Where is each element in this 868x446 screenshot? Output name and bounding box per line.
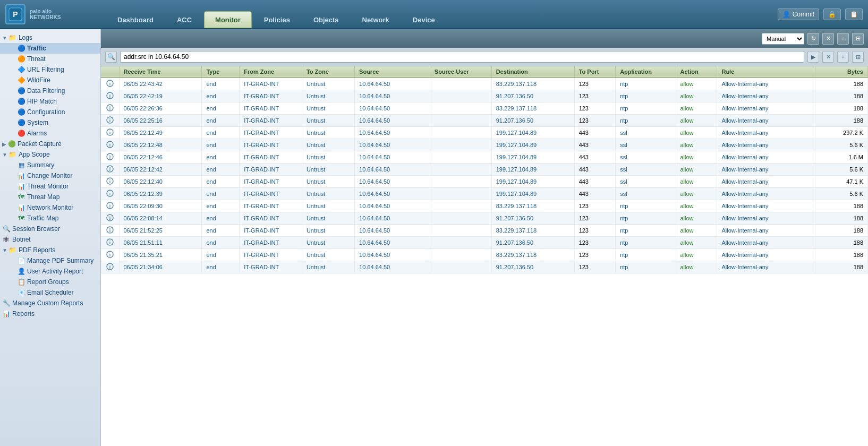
cell-source[interactable]: 10.64.64.50	[355, 102, 430, 115]
tab-dashboard[interactable]: Dashboard	[106, 11, 165, 28]
search-go-button[interactable]: ▶	[807, 51, 819, 63]
mode-select[interactable]: Manual Auto	[762, 33, 804, 45]
sidebar-item-configuration[interactable]: 🔵 Configuration	[0, 107, 100, 117]
cell-destination[interactable]: 91.207.136.50	[491, 115, 574, 127]
cell-application[interactable]: ntp	[616, 102, 676, 115]
cell-application[interactable]: ntp	[616, 90, 676, 102]
cell-destination[interactable]: 91.207.136.50	[491, 261, 574, 273]
cell-rule[interactable]: Allow-Internal-any	[717, 200, 815, 212]
cell-rule[interactable]: Allow-Internal-any	[717, 212, 815, 225]
sidebar-item-report-groups[interactable]: 📋 Report Groups	[0, 277, 100, 287]
cell-application[interactable]: ntp	[616, 225, 676, 237]
search-clear-button[interactable]: ✕	[822, 51, 834, 63]
cell-rule[interactable]: Allow-Internal-any	[717, 176, 815, 188]
sidebar-item-change-monitor[interactable]: 📊 Change Monitor	[0, 170, 100, 181]
sidebar-item-botnet[interactable]: 🕷 Botnet	[0, 234, 100, 245]
sidebar-item-packet-capture[interactable]: ▶ 🟢 Packet Capture	[0, 139, 100, 149]
sidebar-item-hip-match[interactable]: 🔵 HIP Match	[0, 96, 100, 107]
col-header-action[interactable]: Action	[676, 66, 717, 78]
tab-device[interactable]: Device	[402, 11, 446, 28]
cell-application[interactable]: ntp	[616, 261, 676, 273]
sidebar-item-system[interactable]: 🔵 System	[0, 117, 100, 128]
cell-destination[interactable]: 83.229.137.118	[491, 225, 574, 237]
col-header-from-zone[interactable]: From Zone	[240, 66, 302, 78]
tab-policies[interactable]: Policies	[253, 11, 301, 28]
cell-source[interactable]: 10.64.64.50	[355, 127, 430, 139]
cell-rule[interactable]: Allow-Internal-any	[717, 127, 815, 139]
cell-destination[interactable]: 83.229.137.118	[491, 249, 574, 261]
cell-rule[interactable]: Allow-Internal-any	[717, 164, 815, 176]
cell-application[interactable]: ntp	[616, 78, 676, 90]
cell-destination[interactable]: 199.127.104.89	[491, 139, 574, 151]
cell-rule[interactable]: Allow-Internal-any	[717, 90, 815, 102]
tab-network[interactable]: Network	[351, 11, 401, 28]
cell-source[interactable]: 10.64.64.50	[355, 212, 430, 225]
cell-source[interactable]: 10.64.64.50	[355, 115, 430, 127]
sidebar-item-email-scheduler[interactable]: 📧 Email Scheduler	[0, 287, 100, 298]
cell-source[interactable]: 10.64.64.50	[355, 237, 430, 249]
cell-rule[interactable]: Allow-Internal-any	[717, 249, 815, 261]
cell-destination[interactable]: 83.229.137.118	[491, 78, 574, 90]
commit-button[interactable]: 👤 Commit	[778, 8, 819, 20]
cell-rule[interactable]: Allow-Internal-any	[717, 115, 815, 127]
sidebar-item-user-activity[interactable]: 👤 User Activity Report	[0, 266, 100, 277]
sidebar-item-reports[interactable]: 📊 Reports	[0, 308, 100, 319]
search-icon-button[interactable]: 🔍	[105, 51, 117, 63]
cell-destination[interactable]: 199.127.104.89	[491, 127, 574, 139]
cell-destination[interactable]: 91.207.136.50	[491, 237, 574, 249]
row-detail-icon[interactable]: i	[101, 102, 119, 115]
col-header-source[interactable]: Source	[355, 66, 430, 78]
tab-acc[interactable]: ACC	[166, 11, 203, 28]
row-detail-icon[interactable]: i	[101, 261, 119, 273]
row-detail-icon[interactable]: i	[101, 78, 119, 90]
sidebar-item-alarms[interactable]: 🔴 Alarms	[0, 128, 100, 139]
cell-application[interactable]: ntp	[616, 115, 676, 127]
sidebar-item-wildfire[interactable]: 🔶 WildFire	[0, 75, 100, 85]
cell-destination[interactable]: 83.229.137.118	[491, 200, 574, 212]
col-header-rule[interactable]: Rule	[717, 66, 815, 78]
search-add-button[interactable]: +	[837, 51, 849, 63]
sidebar-section-app-scope[interactable]: ▼ 📁 App Scope	[0, 149, 100, 160]
col-header-bytes[interactable]: Bytes	[815, 66, 867, 78]
col-header-destination[interactable]: Destination	[491, 66, 574, 78]
cell-destination[interactable]: 199.127.104.89	[491, 151, 574, 164]
stop-button[interactable]: ✕	[822, 33, 834, 45]
col-header-type[interactable]: Type	[202, 66, 240, 78]
cell-destination[interactable]: 199.127.104.89	[491, 176, 574, 188]
row-detail-icon[interactable]: i	[101, 188, 119, 200]
cell-application[interactable]: ssl	[616, 164, 676, 176]
filter-button[interactable]: ⊞	[852, 33, 864, 45]
sidebar-item-threat-monitor[interactable]: 📊 Threat Monitor	[0, 181, 100, 192]
cell-application[interactable]: ntp	[616, 249, 676, 261]
cell-destination[interactable]: 199.127.104.89	[491, 188, 574, 200]
cell-rule[interactable]: Allow-Internal-any	[717, 225, 815, 237]
row-detail-icon[interactable]: i	[101, 237, 119, 249]
row-detail-icon[interactable]: i	[101, 127, 119, 139]
settings-button[interactable]: 📋	[845, 8, 863, 20]
cell-destination[interactable]: 91.207.136.50	[491, 90, 574, 102]
cell-source[interactable]: 10.64.64.50	[355, 164, 430, 176]
sidebar-section-logs[interactable]: ▼ 📁 Logs	[0, 32, 100, 43]
sidebar-item-threat[interactable]: 🟠 Threat	[0, 54, 100, 64]
cell-rule[interactable]: Allow-Internal-any	[717, 261, 815, 273]
col-header-receive-time[interactable]: Receive Time	[119, 66, 202, 78]
cell-destination[interactable]: 83.229.137.118	[491, 102, 574, 115]
row-detail-icon[interactable]: i	[101, 164, 119, 176]
row-detail-icon[interactable]: i	[101, 176, 119, 188]
row-detail-icon[interactable]: i	[101, 200, 119, 212]
sidebar-item-threat-map[interactable]: 🗺 Threat Map	[0, 192, 100, 202]
cell-rule[interactable]: Allow-Internal-any	[717, 237, 815, 249]
row-detail-icon[interactable]: i	[101, 139, 119, 151]
sidebar-item-manage-pdf[interactable]: 📄 Manage PDF Summary	[0, 255, 100, 266]
cell-application[interactable]: ntp	[616, 200, 676, 212]
cell-application[interactable]: ssl	[616, 176, 676, 188]
tab-objects[interactable]: Objects	[302, 11, 350, 28]
col-header-to-zone[interactable]: To Zone	[302, 66, 354, 78]
sidebar-item-network-monitor[interactable]: 📊 Network Monitor	[0, 202, 100, 213]
sidebar-item-traffic-map[interactable]: 🗺 Traffic Map	[0, 213, 100, 224]
cell-application[interactable]: ssl	[616, 188, 676, 200]
row-detail-icon[interactable]: i	[101, 115, 119, 127]
lock-button[interactable]: 🔒	[823, 8, 841, 20]
cell-destination[interactable]: 91.207.136.50	[491, 212, 574, 225]
cell-source[interactable]: 10.64.64.50	[355, 78, 430, 90]
